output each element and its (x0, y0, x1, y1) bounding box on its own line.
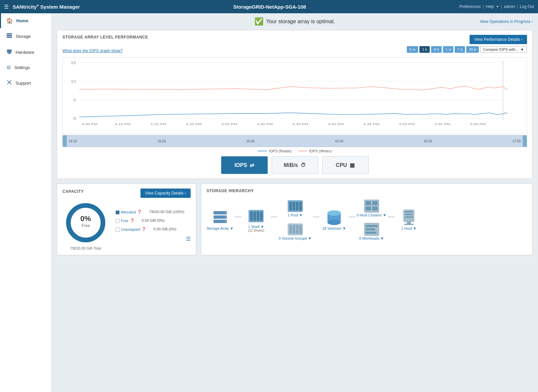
timeline-scrollbar[interactable]: 16:10 16:20 16:30 16:40 16:50 17:00 (62, 135, 527, 147)
capacity-legend: Allocated ❓ 79020.00 GiB (100%) Free ❓ (116, 210, 191, 242)
brand-logo: SANtricity® System Manager (13, 4, 80, 10)
svg-rect-39 (250, 211, 253, 221)
mibs-metric-button[interactable]: MiB/s ⏱ (272, 156, 318, 174)
svg-text:4:55 PM: 4:55 PM (434, 122, 450, 126)
view-capacity-details-button[interactable]: View Capacity Details › (140, 189, 191, 198)
top-nav-links: Preferences | Help ▼ | admin | Log Out (459, 4, 534, 9)
svg-text:4:15 PM: 4:15 PM (150, 122, 166, 126)
allocated-label: Allocated (121, 210, 136, 214)
capacity-panel-header: CAPACITY View Capacity Details › (62, 189, 191, 198)
donut-total-label: 79020.00 GiB Total (70, 246, 101, 250)
help-arrow[interactable]: ▼ (496, 5, 499, 8)
mibs-icon: ⏱ (301, 162, 306, 168)
admin-link[interactable]: admin (504, 4, 515, 9)
capacity-body: 0% Free 79020.00 GiB Total Allocated ❓ (62, 201, 191, 250)
view-performance-details-button[interactable]: View Performance Details › (470, 35, 527, 44)
sidebar-item-hardware[interactable]: Hardware (0, 44, 51, 60)
iops-help-link[interactable]: What does the IOPS graph show? (62, 48, 123, 53)
hier-right-column: 0 Host Clusters ▼ 0 Workloads ▼ (357, 199, 386, 240)
unassigned-help-icon[interactable]: ❓ (141, 227, 146, 231)
view-operations-link[interactable]: View Operations in Progress › (480, 19, 533, 24)
sidebar-item-label: Support (16, 81, 31, 86)
svg-text:4:20 PM: 4:20 PM (186, 122, 202, 126)
workloads-label[interactable]: 0 Workloads ▼ (359, 236, 384, 240)
svg-rect-5 (8, 53, 11, 54)
pool-label[interactable]: 1 Pool ▼ (288, 213, 303, 217)
time-30d-button[interactable]: 30 d (466, 46, 479, 53)
svg-text:15: 15 (71, 61, 76, 65)
hier-mid-column: 1 Pool ▼ 0 Volume Groups ▼ (279, 199, 312, 240)
svg-text:4:25 PM: 4:25 PM (222, 122, 237, 126)
time-1d-button[interactable]: 1 d (443, 46, 453, 53)
iops-chart: 15 10 5 0 4:05 PM (62, 57, 527, 134)
status-icon: ✅ (254, 17, 263, 26)
sidebar-item-settings[interactable]: ⚙ Settings (0, 60, 51, 75)
timeline-right-handle[interactable] (523, 135, 527, 147)
svg-text:Free: Free (82, 223, 90, 228)
svg-rect-63 (366, 225, 378, 227)
unassigned-value: 0.00 GiB (0%) (153, 227, 176, 231)
time-7d-button[interactable]: 7 d (455, 46, 465, 53)
timeline-left-handle[interactable] (63, 135, 67, 147)
time-8h-button[interactable]: 8 h (431, 46, 441, 53)
preferences-link[interactable]: Preferences (459, 4, 481, 9)
time-5m-button[interactable]: 5 m (407, 46, 418, 53)
iops-icon: ⇄ (250, 162, 254, 168)
time-1h-button[interactable]: 1 h (419, 46, 430, 53)
hier-arrow-2: — (271, 213, 277, 220)
hardware-icon (6, 48, 12, 56)
cpu-metric-button[interactable]: CPU ▦ (322, 156, 369, 174)
capacity-panel: CAPACITY View Capacity Details › 0% Free… (57, 184, 196, 255)
svg-rect-70 (407, 222, 411, 224)
legend-writes: IOPS (Writes) (298, 149, 332, 153)
metric-buttons: IOPS ⇄ MiB/s ⏱ CPU ▦ (62, 156, 527, 174)
host-label[interactable]: 1 Host ▼ (401, 226, 416, 230)
chart-legend: IOPS (Reads) IOPS (Writes) (62, 149, 527, 153)
shelf-icon (247, 207, 265, 225)
svg-rect-46 (296, 202, 299, 210)
free-cap-item: Free ❓ 0.00 GiB (0%) (116, 218, 191, 224)
svg-point-55 (327, 220, 341, 225)
perf-panel-header: STORAGE ARRAY LEVEL PERFORMANCE View Per… (62, 35, 527, 44)
svg-rect-4 (8, 53, 10, 53)
volumes-label[interactable]: 18 Volumes ▼ (322, 226, 346, 230)
sidebar-item-storage[interactable]: Storage (0, 28, 51, 44)
host-clusters-label[interactable]: 0 Host Clusters ▼ (357, 213, 386, 217)
logout-link[interactable]: Log Out (520, 4, 534, 9)
pool-icon (287, 199, 304, 213)
svg-rect-41 (257, 211, 259, 221)
svg-rect-71 (404, 224, 413, 225)
svg-point-29 (68, 205, 103, 240)
svg-text:4:40 PM: 4:40 PM (328, 122, 344, 126)
iops-metric-button[interactable]: IOPS ⇄ (221, 156, 268, 174)
sidebar-item-label: Hardware (16, 50, 34, 55)
status-message: Your storage array is optimal. (266, 19, 335, 25)
svg-rect-0 (7, 33, 12, 35)
volume-groups-icon (287, 222, 304, 236)
svg-point-37 (225, 221, 226, 222)
hamburger-menu[interactable]: ☰ (4, 4, 9, 10)
top-navigation: ☰ SANtricity® System Manager StorageGRID… (0, 0, 538, 13)
sidebar-item-support[interactable]: Support (0, 75, 51, 91)
free-help-icon[interactable]: ❓ (130, 218, 134, 223)
svg-rect-61 (372, 206, 378, 210)
time-range-controls: 5 m 1 h 8 h 1 d 7 d 30 d Compare IOPS wi… (407, 46, 527, 53)
help-link[interactable]: Help (486, 4, 494, 9)
compare-iops-dropdown[interactable]: Compare IOPS with... ▼ (480, 46, 527, 53)
host-clusters-icon (364, 199, 380, 213)
sidebar-item-home[interactable]: 🏠 Home (0, 13, 51, 28)
volume-groups-label[interactable]: 0 Volume Groups ▼ (279, 236, 312, 240)
svg-text:5: 5 (73, 98, 76, 102)
storage-array-label[interactable]: Storage Array ▼ (207, 226, 233, 230)
svg-point-36 (225, 216, 226, 218)
hier-arrow-5: — (388, 213, 394, 220)
shelf-label[interactable]: 1 Shelf ▼ (248, 225, 264, 229)
page-title: StorageGRID-NetApp-SGA-108 (80, 4, 459, 10)
allocated-help-icon[interactable]: ❓ (137, 210, 142, 214)
svg-rect-42 (260, 211, 263, 221)
svg-rect-68 (405, 214, 413, 215)
gear-icon: ⚙ (6, 64, 11, 71)
capacity-legend-icon[interactable]: ☰ (186, 236, 191, 242)
perf-panel-title: STORAGE ARRAY LEVEL PERFORMANCE (62, 35, 148, 39)
svg-rect-64 (366, 228, 375, 230)
